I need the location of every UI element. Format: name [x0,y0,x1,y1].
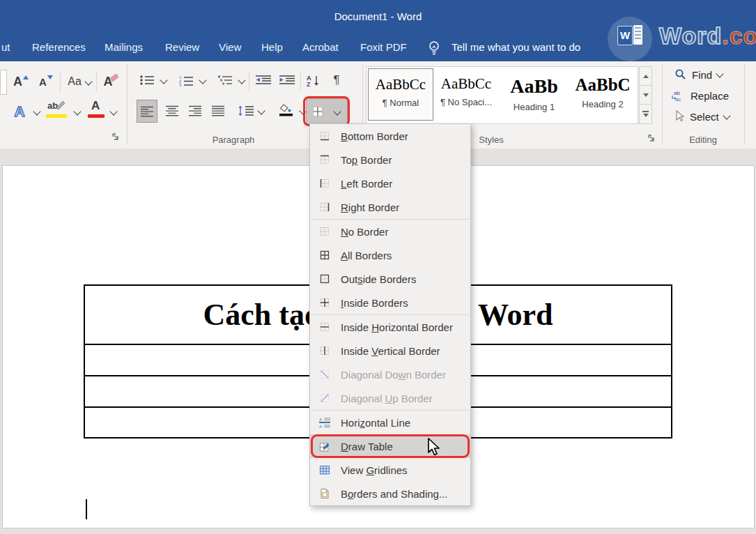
styles-scroll-down-button[interactable] [639,85,652,105]
sort-button[interactable]: AZ [302,70,325,91]
font-color-button[interactable]: A [86,99,107,123]
style-heading-1[interactable]: AaBb Heading 1 [500,68,568,119]
bottom-border-icon [319,130,330,142]
borders-dropdown-arrow[interactable] [333,107,341,115]
menu-item-left-border[interactable]: Left Border [310,171,470,195]
show-paragraph-marks-button[interactable]: ¶ [327,70,346,91]
svg-text:A: A [319,418,322,422]
top-border-icon [319,154,330,165]
font-color-icon: A [91,99,100,113]
numbering-dropdown[interactable] [198,70,208,91]
menu-item-outside-borders[interactable]: Outside Borders [310,267,470,291]
styles-more-button[interactable] [639,104,652,124]
highlight-dropdown[interactable] [72,99,82,124]
select-arrow-icon [674,110,685,123]
watermark-text: Word.com.vn [659,22,756,49]
menu-item-inside-borders[interactable]: Inside Borders [310,291,470,314]
multilevel-list-button[interactable] [215,70,236,91]
decrease-indent-button[interactable] [252,70,275,91]
mouse-cursor [426,438,443,460]
bullets-button[interactable] [137,70,157,91]
menu-item-draw-table[interactable]: Draw Table [310,434,470,458]
find-button[interactable]: Find [674,68,723,81]
shrink-font-icon: A [39,76,47,88]
menu-item-label: No Border [341,226,388,238]
line-spacing-button[interactable] [236,100,256,121]
tab-foxit-pdf[interactable]: Foxit PDF [360,36,407,59]
menu-item-label: Left Border [341,178,392,190]
watermark-word: Word [659,22,722,49]
shrink-font-button[interactable]: A [35,70,57,93]
align-left-button[interactable] [137,100,157,123]
styles-gallery-scrollbar [639,66,651,123]
font-color-dropdown[interactable] [109,99,118,124]
no-border-icon [319,226,330,237]
menu-item-bottom-border[interactable]: Bottom Border [310,124,470,148]
menu-item-all-borders[interactable]: All Borders [310,243,470,267]
styles-scroll-up-button[interactable] [639,66,652,86]
menu-item-label: Top Border [341,154,392,166]
borders-button[interactable] [306,98,348,125]
menu-item-view-gridlines[interactable]: View Gridlines [310,458,470,482]
menu-item-horizontal-line[interactable]: AA Horizontal Line [310,411,470,434]
clear-formatting-button[interactable]: A [99,70,123,93]
grow-font-button[interactable]: A [10,70,32,93]
font-dialog-launcher[interactable] [111,132,121,144]
group-divider [662,64,663,145]
select-button[interactable]: Select [674,110,730,123]
align-center-button[interactable] [162,100,182,121]
style-label: Heading 2 [570,99,635,109]
style-no-spacing[interactable]: AaBbCc ¶ No Spaci... [434,68,498,119]
highlight-button[interactable]: ab [46,100,70,123]
menu-item-label: Bottom Border [341,130,408,142]
inside-vertical-border-icon [319,345,330,356]
tell-me-box[interactable]: Tell me what you want to do [452,36,580,59]
menu-item-top-border[interactable]: Top Border [310,148,470,171]
numbering-button[interactable]: 123 [176,70,196,91]
shading-button[interactable] [276,100,297,121]
tab-references[interactable]: References [32,36,86,59]
menu-item-label: Diagonal Down Border [341,369,446,381]
font-size-box-cut[interactable] [0,70,7,95]
group-divider [127,64,128,145]
line-spacing-dropdown[interactable] [256,100,266,121]
text-effects-button[interactable]: A [8,99,31,124]
menu-item-borders-and-shading[interactable]: Borders and Shading... [310,482,470,505]
increase-indent-button[interactable] [276,70,298,91]
justify-button[interactable] [208,100,228,121]
replace-button[interactable]: abac Replace [672,89,729,102]
tab-help[interactable]: Help [261,36,283,59]
bullets-dropdown[interactable] [159,70,169,91]
menu-item-label: Right Border [341,201,399,213]
menu-item-inside-horizontal-border[interactable]: Inside Horizontal Border [310,315,470,339]
change-case-button[interactable]: Aa [64,70,95,93]
style-normal[interactable]: AaBbCc ¶ Normal [368,68,433,121]
all-borders-icon [319,250,330,261]
tab-view[interactable]: View [219,36,241,59]
menu-item-diagonal-down-border: Diagonal Down Border [310,363,470,386]
highlight-color-bar [46,114,67,118]
menu-item-no-border[interactable]: No Border [310,220,470,243]
text-effects-dropdown[interactable] [32,99,42,124]
svg-text:ab: ab [674,90,680,96]
group-divider [744,64,745,145]
grow-font-icon: A [13,75,22,89]
tab-layout-cut[interactable]: ut [1,36,10,59]
tab-review[interactable]: Review [165,36,199,59]
tab-acrobat[interactable]: Acrobat [302,36,339,59]
styles-gallery: AaBbCc ¶ Normal AaBbCc ¶ No Spaci... AaB… [366,66,638,124]
align-right-button[interactable] [185,100,205,121]
word-logo-icon: W [617,26,633,45]
left-border-icon [319,178,330,189]
style-heading-2[interactable]: AaBbC Heading 2 [570,68,635,119]
menu-item-right-border[interactable]: Right Border [310,195,470,219]
text-effects-icon: A [14,103,24,120]
font-color-bar [88,114,105,118]
tab-mailings[interactable]: Mailings [105,36,143,59]
menu-item-inside-vertical-border[interactable]: Inside Vertical Border [310,339,470,363]
divider [300,71,301,91]
styles-dialog-launcher[interactable] [647,133,656,146]
style-sample: AaBb [500,75,568,98]
style-label: ¶ No Spaci... [434,97,498,107]
multilevel-dropdown[interactable] [237,70,247,91]
